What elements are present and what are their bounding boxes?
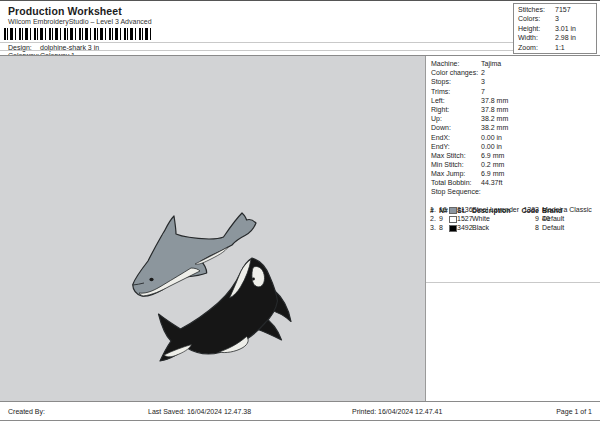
page-title: Production Worksheet — [8, 5, 122, 17]
page-footer: Created By: Last Saved: 16/04/2024 12.47… — [0, 401, 600, 424]
machine-row: Left:37.8 mm — [426, 95, 600, 104]
machine-row: Trims:7 — [426, 86, 600, 95]
machine-row: Max Stitch:6.9 mm — [426, 150, 600, 159]
page-number: Page 1 of 1 — [556, 407, 592, 416]
machine-row: Right:37.8 mm — [426, 104, 600, 113]
machine-row: Stops:3 — [426, 76, 600, 85]
stop-sequence-row: 1. 16 2136 Steel Lavender 1363 Madeira C… — [426, 205, 600, 214]
last-saved-timestamp: Last Saved: 16/04/2024 12.47.38 — [148, 407, 251, 416]
design-canvas — [0, 56, 425, 401]
thread-color-swatch — [449, 216, 457, 223]
stat-row-stitches: Stitches: 7157 — [514, 4, 596, 13]
design-artwork — [125, 204, 305, 369]
created-by-label: Created By: — [8, 407, 45, 416]
thread-color-swatch — [449, 225, 457, 232]
machine-row: Color changes:2 — [426, 67, 600, 76]
stat-row-colors: Colors: 3 — [514, 13, 596, 22]
app-subtitle: Wilcom EmbroideryStudio – Level 3 Advanc… — [8, 18, 152, 25]
design-barcode — [4, 28, 152, 40]
thread-color-swatch — [449, 207, 457, 214]
printed-timestamp: Printed: 16/04/2024 12.47.41 — [352, 407, 442, 416]
stop-sequence-row: 3. 8 3492 Black 8 Default — [426, 223, 600, 232]
stat-row-height: Height: 3.01 in — [514, 23, 596, 32]
stop-sequence-title: Stop Sequence: — [431, 187, 481, 196]
machine-row: Max Jump:6.9 mm — [426, 168, 600, 177]
machine-info-panel: Machine:Tajima Color changes:2 Stops:3 T… — [425, 56, 600, 401]
stop-sequence-section: Stop Sequence: # N# St. Description Code… — [426, 186, 600, 236]
machine-row: Up:38.2 mm — [426, 113, 600, 122]
stat-row-zoom: Zoom: 1:1 — [514, 42, 596, 51]
dolphin-eye — [149, 278, 153, 281]
stop-sequence-row: 2. 9 1527 White 9 Default — [426, 214, 600, 223]
machine-row: EndY:0.00 in — [426, 141, 600, 150]
machine-row: EndX:0.00 in — [426, 132, 600, 141]
orca-eye — [252, 278, 255, 281]
design-stats-box: Stitches: 7157 Colors: 3 Height: 3.01 in… — [513, 3, 597, 54]
machine-row: Machine:Tajima — [426, 58, 600, 67]
machine-row: Down:38.2 mm — [426, 122, 600, 131]
stat-row-width: Width: 2.98 in — [514, 32, 596, 41]
production-worksheet-page: Production Worksheet Wilcom EmbroiderySt… — [0, 0, 600, 424]
machine-row: Min Stitch:0.2 mm — [426, 159, 600, 168]
